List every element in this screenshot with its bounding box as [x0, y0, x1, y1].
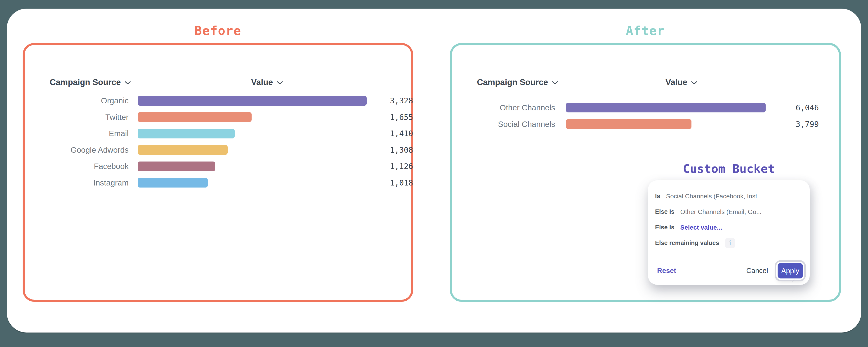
rule-keyword: Else Is [655, 224, 675, 231]
value-bar[interactable] [138, 96, 367, 106]
table-row: Twitter 1,655 [52, 109, 413, 125]
bar-track [566, 103, 792, 112]
rule-keyword: Is [655, 193, 660, 200]
row-label: Twitter [52, 113, 129, 122]
bar-value-label: 1,126 [390, 162, 413, 171]
bar-track [138, 145, 386, 155]
before-panel: Campaign Source Value Organic 3,328 Twit… [23, 43, 413, 302]
bar-value-label: 1,410 [390, 129, 413, 138]
bucket-rule-row: Else remaining values i [655, 235, 803, 251]
before-table-rows: Organic 3,328 Twitter 1,655 Email 1,410 [52, 92, 413, 191]
campaign-source-header-label: Campaign Source [477, 78, 548, 87]
before-title: Before [23, 24, 413, 38]
reset-button[interactable]: Reset [657, 267, 676, 275]
campaign-source-header-label: Campaign Source [50, 78, 121, 87]
value-header-label: Value [665, 78, 687, 87]
info-icon[interactable]: i [725, 238, 735, 249]
value-bar[interactable] [138, 178, 208, 187]
chevron-down-icon [277, 78, 283, 87]
table-row: Google Adwords 1,308 [52, 142, 413, 158]
value-bar[interactable] [566, 119, 691, 129]
row-label: Email [52, 129, 129, 138]
row-label: Facebook [52, 162, 129, 171]
row-label: Organic [52, 96, 129, 105]
value-bar[interactable] [138, 112, 252, 122]
select-value-link[interactable]: Select value... [680, 224, 722, 231]
table-row: Other Channels 6,046 [479, 99, 819, 116]
table-row: Social Channels 3,799 [479, 116, 819, 132]
bar-value-label: 1,655 [390, 113, 413, 122]
table-row: Email 1,410 [52, 125, 413, 142]
bucket-rules: Is Social Channels (Facebook, Inst... El… [655, 189, 803, 251]
column-header-campaign-source[interactable]: Campaign Source [50, 77, 131, 88]
bar-value-label: 3,799 [796, 120, 819, 129]
after-table-rows: Other Channels 6,046 Social Channels 3,7… [479, 99, 819, 132]
resize-handle-icon[interactable] [792, 280, 795, 283]
column-header-value[interactable]: Value [665, 77, 698, 88]
after-title: After [450, 24, 841, 38]
value-bar[interactable] [138, 129, 235, 139]
bar-track [138, 178, 386, 187]
rule-keyword: Else Is [655, 208, 675, 215]
chevron-down-icon [125, 78, 131, 87]
chevron-down-icon [691, 78, 698, 87]
table-row: Facebook 1,126 [52, 158, 413, 175]
value-bar[interactable] [566, 103, 766, 112]
bar-track [138, 129, 386, 139]
bar-value-label: 1,018 [390, 178, 413, 187]
bar-track [138, 112, 386, 122]
rule-value[interactable]: Other Channels (Email, Go... [680, 208, 762, 215]
custom-bucket-title: Custom Bucket [648, 162, 810, 176]
bar-value-label: 3,328 [390, 96, 413, 105]
dialog-footer: Reset Cancel Apply [657, 262, 803, 280]
row-label: Social Channels [479, 120, 555, 129]
bar-track [138, 96, 386, 106]
bar-track [138, 162, 386, 171]
bucket-rule-row: Else Is Select value... [655, 220, 803, 235]
screenshot-canvas: Before After Campaign Source Value Organ… [0, 0, 868, 347]
row-label: Instagram [52, 178, 129, 187]
table-row: Organic 3,328 [52, 92, 413, 109]
row-label: Other Channels [479, 103, 555, 112]
chevron-down-icon [552, 78, 558, 87]
row-label: Google Adwords [52, 145, 129, 154]
rule-value[interactable]: Social Channels (Facebook, Inst... [666, 193, 763, 200]
value-header-label: Value [251, 78, 273, 87]
apply-button[interactable]: Apply [778, 263, 803, 279]
cancel-button[interactable]: Cancel [746, 267, 768, 275]
bucket-rule-row: Is Social Channels (Facebook, Inst... [655, 189, 803, 204]
bar-value-label: 6,046 [796, 103, 819, 112]
bar-track [566, 119, 792, 129]
column-header-value[interactable]: Value [251, 77, 283, 88]
bar-value-label: 1,308 [390, 145, 413, 154]
custom-bucket-dialog: Is Social Channels (Facebook, Inst... El… [648, 180, 810, 285]
rule-keyword: Else remaining values [655, 239, 719, 247]
dialog-divider [656, 255, 802, 255]
value-bar[interactable] [138, 145, 228, 155]
table-row: Instagram 1,018 [52, 175, 413, 191]
column-header-campaign-source[interactable]: Campaign Source [477, 77, 558, 88]
value-bar[interactable] [138, 162, 215, 171]
bucket-rule-row: Else Is Other Channels (Email, Go... [655, 204, 803, 220]
